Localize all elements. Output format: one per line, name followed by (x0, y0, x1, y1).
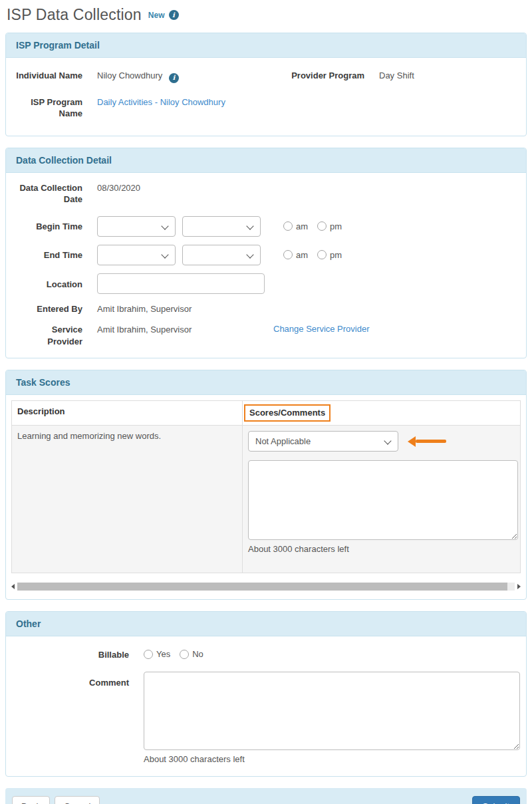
panel-title: ISP Program Detail (6, 33, 526, 58)
billable-no-radio-input[interactable] (180, 650, 189, 659)
score-select[interactable]: Not Applicable (248, 431, 398, 452)
end-time-label: End Time (16, 245, 82, 261)
scrollbar-track[interactable] (17, 583, 515, 591)
billable-label: Billable (16, 649, 129, 661)
task-description-cell: Learning and memorizing new words. (12, 426, 243, 573)
individual-name-label: Individual Name (16, 70, 82, 82)
score-comment-textarea[interactable] (248, 460, 518, 540)
end-pm-radio-input[interactable] (317, 250, 327, 259)
location-label: Location (16, 273, 82, 291)
cancel-button[interactable]: Cancel (55, 796, 100, 804)
submit-button[interactable]: Submit (472, 796, 520, 804)
end-time-hour-select[interactable] (97, 245, 176, 265)
scores-comments-highlight-box: Scores/Comments (244, 404, 331, 422)
task-scores-table: Description Scores/Comments Learning and… (11, 400, 521, 573)
description-column-header: Description (12, 401, 243, 426)
end-time-minute-select[interactable] (182, 245, 261, 265)
entered-by-value: Amit Ibrahim, Supervisor (97, 303, 192, 315)
provider-program-label: Provider Program (278, 70, 364, 82)
panel-task-scores: Task Scores Description Scores/Comments … (5, 370, 527, 600)
panel-title: Other (6, 612, 526, 636)
footer-action-bar: Back Cancel Submit (5, 788, 527, 804)
begin-time-label: Begin Time (16, 216, 82, 233)
table-row: Learning and memorizing new words. Not A… (12, 426, 521, 573)
scroll-right-arrow-icon[interactable] (517, 584, 521, 589)
change-service-provider-link[interactable]: Change Service Provider (273, 324, 370, 334)
horizontal-scrollbar[interactable] (11, 582, 521, 591)
scroll-left-arrow-icon[interactable] (11, 584, 15, 589)
data-collection-date-label: Data Collection Date (16, 182, 82, 205)
chars-left-hint: About 3000 characters left (248, 544, 515, 554)
panel-other: Other Billable Yes No Comment (5, 611, 527, 776)
begin-time-minute-select[interactable] (182, 216, 261, 237)
individual-info-icon[interactable]: i (169, 73, 179, 83)
panel-data-collection-detail: Data Collection Detail Data Collection D… (5, 148, 527, 359)
end-time-pm-radio[interactable]: pm (317, 249, 342, 261)
service-provider-label: Service Provider (16, 324, 82, 347)
data-collection-date-value: 08/30/2020 (97, 182, 140, 194)
end-time-am-radio[interactable]: am (283, 249, 308, 261)
panel-isp-program-detail: ISP Program Detail Individual Name Niloy… (5, 33, 527, 136)
panel-title: Task Scores (6, 370, 526, 395)
begin-am-radio-input[interactable] (283, 221, 293, 231)
page-title: ISP Data Collection (7, 6, 142, 24)
entered-by-label: Entered By (16, 303, 82, 315)
end-am-radio-input[interactable] (283, 250, 293, 259)
isp-program-name-link[interactable]: Daily Activities - Niloy Chowdhury (97, 97, 225, 107)
scores-comments-column-header: Scores/Comments (243, 401, 521, 426)
panel-title: Data Collection Detail (6, 148, 526, 173)
service-provider-value: Amit Ibrahim, Supervisor (97, 324, 263, 336)
location-input[interactable] (97, 273, 265, 294)
begin-pm-radio-input[interactable] (317, 221, 327, 231)
back-button[interactable]: Back (12, 796, 50, 804)
billable-no-radio[interactable]: No (180, 648, 203, 660)
scrollbar-thumb[interactable] (17, 583, 507, 591)
other-comment-textarea[interactable] (144, 672, 520, 750)
begin-time-hour-select[interactable] (97, 216, 176, 237)
comment-label: Comment (16, 672, 129, 689)
chars-left-hint: About 3000 characters left (144, 754, 516, 764)
billable-yes-radio[interactable]: Yes (144, 648, 170, 660)
info-icon[interactable]: i (169, 10, 179, 20)
provider-program-value: Day Shift (379, 70, 516, 82)
individual-name-value: Niloy Chowdhury i (97, 70, 263, 83)
begin-time-am-radio[interactable]: am (283, 221, 308, 233)
score-comment-cell: Not Applicable About 3000 characters lef… (243, 426, 521, 573)
isp-program-name-label: ISP Program Name (16, 96, 82, 120)
page-header: ISP Data Collection New i (0, 0, 532, 33)
status-badge-new: New (148, 11, 165, 20)
begin-time-pm-radio[interactable]: pm (317, 221, 342, 233)
billable-yes-radio-input[interactable] (144, 650, 153, 659)
callout-arrow-icon (408, 436, 446, 447)
